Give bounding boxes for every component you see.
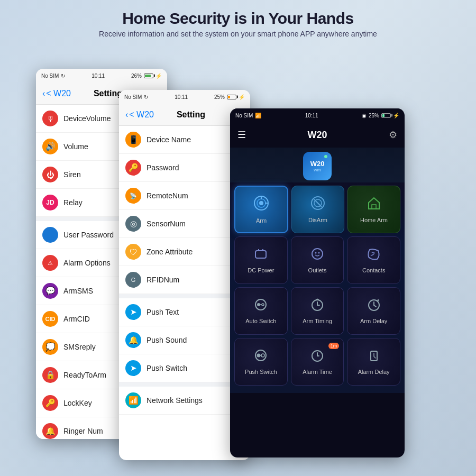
screen2-status-left: No SIM ↻ bbox=[124, 94, 148, 100]
pushswitch-label: Push Switch bbox=[147, 364, 187, 372]
screen3-nav: ☰ W20 ⚙ bbox=[230, 122, 405, 148]
svg-rect-6 bbox=[255, 251, 266, 258]
screen1-status-right: 26% ⚡ bbox=[131, 73, 162, 79]
smsreply-label: SMSreply bbox=[63, 343, 96, 351]
device-badge-area: W20 wifi bbox=[230, 148, 405, 182]
homearm-label: Home Arm bbox=[360, 217, 388, 224]
main-title: Home Security is in Your Hands bbox=[0, 10, 476, 28]
wifi-status-dot bbox=[324, 155, 327, 158]
alarmdelay-button[interactable]: Alarm Delay bbox=[347, 338, 400, 386]
armdelay-button[interactable]: Arm Delay bbox=[347, 287, 400, 335]
homearm-button[interactable]: Home Arm bbox=[347, 186, 400, 233]
svg-rect-5 bbox=[372, 205, 376, 209]
contacts-icon bbox=[367, 246, 381, 265]
screen1-back-button[interactable]: ‹ < W20 bbox=[42, 89, 71, 98]
screen2-back-button[interactable]: ‹ < W20 bbox=[125, 110, 154, 120]
zoneattr-label: Zone Attribute bbox=[147, 248, 193, 256]
screen3-wifi-icon: 📶 bbox=[255, 113, 261, 118]
outlets-button[interactable]: Outlets bbox=[291, 236, 344, 284]
screen3-sim: No SIM bbox=[235, 113, 253, 118]
disarm-button[interactable]: DisArm bbox=[291, 186, 344, 233]
pushsound-icon: 🔔 bbox=[125, 332, 141, 348]
armsms-label: ArmSMS bbox=[63, 287, 93, 295]
pushswitch-label-dark: Push Switch bbox=[245, 369, 277, 376]
hamburger-icon[interactable]: ☰ bbox=[237, 129, 246, 141]
rfidnum-label: RFIDNum bbox=[147, 276, 179, 284]
screen2-nav-title: Setting bbox=[154, 110, 228, 120]
zoneattr-icon: 🛡 bbox=[125, 244, 141, 260]
devicevolume-icon: 🎙 bbox=[42, 111, 58, 126]
svg-point-17 bbox=[257, 353, 261, 357]
screen3-time: 10:11 bbox=[305, 113, 318, 118]
smsreply-icon: 💭 bbox=[42, 339, 58, 355]
screen2-status-right: 25% ⚡ bbox=[214, 94, 245, 100]
alarmtime-label: Alarm Time bbox=[303, 369, 332, 376]
grid-row-4: Push Switch 1m Alarm Time bbox=[234, 338, 400, 386]
armsms-icon: 💬 bbox=[42, 283, 58, 299]
alarmoptions-icon: ⚠ bbox=[42, 255, 58, 271]
screen1-status-left: No SIM ↻ bbox=[41, 73, 65, 79]
pushtext-icon: ➤ bbox=[125, 304, 141, 320]
dcpower-button[interactable]: DC Power bbox=[234, 236, 288, 284]
pushsound-label: Push Sound bbox=[147, 336, 187, 344]
autoswitch-button[interactable]: Auto Switch bbox=[234, 287, 288, 335]
contacts-label: Contacts bbox=[362, 267, 385, 274]
screen1-sim: No SIM bbox=[41, 73, 59, 79]
networksettings-label: Network Settings bbox=[147, 396, 203, 405]
screen3-battery-label: ◉ bbox=[362, 113, 367, 118]
screen2-battery-pct: 25% bbox=[214, 94, 225, 100]
outlets-icon bbox=[310, 246, 325, 265]
screen3-charging: ⚡ bbox=[393, 113, 399, 118]
password-label: Password bbox=[147, 163, 179, 172]
screen2-back-chevron: ‹ bbox=[125, 110, 128, 120]
sensornum-label: SensorNum bbox=[147, 219, 186, 228]
userpassword-icon: 👤 bbox=[42, 227, 58, 243]
contacts-button[interactable]: Contacts bbox=[347, 236, 400, 284]
devicevolume-label: DeviceVolume bbox=[63, 114, 111, 123]
screen1-time: 10:11 bbox=[91, 73, 105, 79]
alarmtime-button[interactable]: 1m Alarm Time bbox=[291, 338, 344, 386]
homearm-icon bbox=[366, 195, 382, 215]
userpassword-label: User Password bbox=[63, 231, 114, 239]
armtiming-button[interactable]: Arm Timing bbox=[291, 287, 344, 335]
armcid-label: ArmCID bbox=[63, 315, 90, 323]
outlets-label: Outlets bbox=[308, 267, 327, 274]
main-subtitle: Receive information and set the system o… bbox=[0, 30, 476, 38]
rfidnum-icon: G bbox=[125, 272, 141, 288]
pushswitch-icon: ➤ bbox=[125, 360, 141, 376]
screen1-status-bar: No SIM ↻ 10:11 26% ⚡ bbox=[36, 69, 167, 83]
volume-icon: 🔊 bbox=[42, 139, 58, 154]
devicename-icon: 📱 bbox=[125, 132, 141, 148]
svg-point-8 bbox=[315, 252, 317, 253]
screen1-back-label: < W20 bbox=[46, 89, 71, 98]
dcpower-icon bbox=[253, 246, 268, 265]
remotenum-icon: 📡 bbox=[125, 188, 141, 204]
volume-label: Volume bbox=[63, 142, 88, 151]
svg-point-2 bbox=[259, 201, 263, 205]
arm-label: Arm bbox=[256, 217, 267, 224]
svg-point-9 bbox=[318, 252, 320, 253]
screen3-battery-pct: 25% bbox=[369, 113, 379, 118]
screen1-battery-icon bbox=[144, 74, 153, 78]
alarmdelay-icon bbox=[367, 348, 381, 367]
screen2-sim: No SIM bbox=[124, 94, 142, 100]
arm-button[interactable]: Arm bbox=[234, 186, 288, 233]
sensornum-icon: ◎ bbox=[125, 216, 141, 232]
pushswitch-icon-dark bbox=[253, 348, 268, 367]
lockkey-label: LockKey bbox=[63, 399, 92, 407]
readytoarm-icon: 🔒 bbox=[42, 367, 58, 383]
siren-label: Siren bbox=[63, 170, 81, 179]
screen1-battery-pct: 26% bbox=[131, 73, 142, 79]
screen2-back-label: < W20 bbox=[129, 110, 154, 120]
settings-icon[interactable]: ⚙ bbox=[389, 129, 397, 141]
arm-icon bbox=[253, 195, 270, 215]
screen3-status-left: No SIM 📶 bbox=[235, 113, 261, 118]
lockkey-icon: 🔑 bbox=[42, 395, 58, 411]
disarm-icon bbox=[310, 195, 326, 215]
screen3-status-bar: No SIM 📶 10:11 ◉ 25% ⚡ bbox=[230, 108, 405, 122]
autoswitch-label: Auto Switch bbox=[245, 318, 276, 325]
alarmdelay-label: Alarm Delay bbox=[358, 369, 390, 376]
pushtext-label: Push Text bbox=[147, 308, 179, 316]
alarmoptions-label: Alarm Options bbox=[63, 259, 111, 267]
pushswitch-button[interactable]: Push Switch bbox=[234, 338, 288, 386]
